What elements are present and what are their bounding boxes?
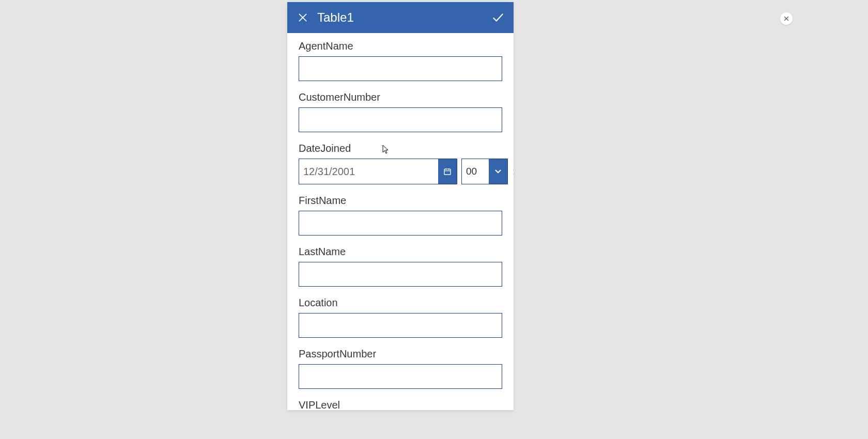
close-icon — [783, 15, 789, 22]
field-location: Location — [299, 297, 502, 338]
hour-dropdown-button[interactable] — [489, 159, 507, 184]
close-icon — [298, 12, 308, 23]
label-passportnumber: PassportNumber — [299, 348, 502, 360]
input-customernumber[interactable] — [299, 107, 502, 132]
datejoined-row: 00 : 00 — [299, 159, 502, 184]
chevron-down-icon — [493, 167, 503, 176]
date-input-container — [299, 159, 457, 184]
input-location[interactable] — [299, 313, 502, 338]
form-title: Table1 — [317, 10, 490, 25]
date-input[interactable] — [299, 159, 438, 184]
form-body: AgentName CustomerNumber DateJoined 00 — [287, 33, 514, 410]
calendar-icon — [443, 167, 452, 176]
field-passportnumber: PassportNumber — [299, 348, 502, 389]
input-passportnumber[interactable] — [299, 364, 502, 389]
label-lastname: LastName — [299, 246, 502, 258]
submit-button[interactable] — [490, 9, 506, 26]
dialog-close-button[interactable] — [780, 12, 793, 25]
label-customernumber: CustomerNumber — [299, 91, 502, 103]
input-lastname[interactable] — [299, 262, 502, 287]
cancel-button[interactable] — [295, 9, 311, 26]
field-firstname: FirstName — [299, 195, 502, 236]
field-customernumber: CustomerNumber — [299, 91, 502, 132]
date-picker-button[interactable] — [438, 159, 457, 184]
label-datejoined: DateJoined — [299, 143, 502, 154]
checkmark-icon — [491, 11, 505, 24]
label-firstname: FirstName — [299, 195, 502, 207]
label-viplevel: VIPLevel — [299, 399, 502, 410]
field-lastname: LastName — [299, 246, 502, 287]
field-agentname: AgentName — [299, 40, 502, 81]
input-firstname[interactable] — [299, 211, 502, 236]
hour-select[interactable]: 00 — [461, 159, 508, 184]
field-datejoined: DateJoined 00 : 00 — [299, 143, 502, 184]
form-header: Table1 — [287, 2, 514, 33]
edit-form: Table1 AgentName CustomerNumber DateJoin… — [287, 2, 514, 410]
label-location: Location — [299, 297, 502, 309]
time-separator: : — [512, 166, 514, 177]
field-viplevel: VIPLevel — [299, 399, 502, 410]
hour-value: 00 — [462, 159, 489, 184]
svg-rect-2 — [444, 169, 451, 175]
input-agentname[interactable] — [299, 56, 502, 81]
label-agentname: AgentName — [299, 40, 502, 52]
